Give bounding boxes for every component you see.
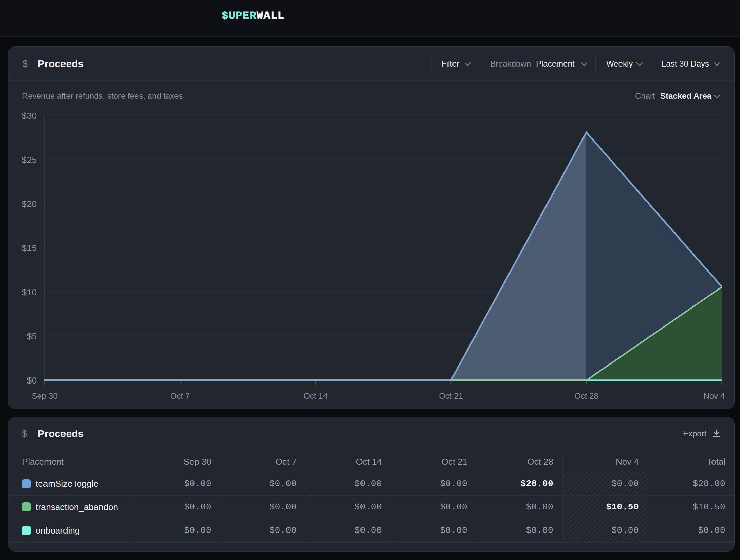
svg-text:Oct 28: Oct 28 xyxy=(574,391,598,400)
svg-text:$0: $0 xyxy=(27,375,37,386)
svg-text:Oct 7: Oct 7 xyxy=(170,391,190,400)
svg-text:$20: $20 xyxy=(22,199,37,209)
svg-text:$10: $10 xyxy=(22,287,37,297)
svg-text:Oct 14: Oct 14 xyxy=(303,391,328,400)
svg-text:Nov 4: Nov 4 xyxy=(704,391,725,400)
svg-text:$15: $15 xyxy=(22,243,37,253)
svg-text:Sep 30: Sep 30 xyxy=(32,391,57,400)
svg-text:$5: $5 xyxy=(27,331,37,341)
svg-text:$30: $30 xyxy=(22,111,37,121)
svg-text:$25: $25 xyxy=(22,155,37,165)
svg-text:Oct 21: Oct 21 xyxy=(439,391,463,400)
